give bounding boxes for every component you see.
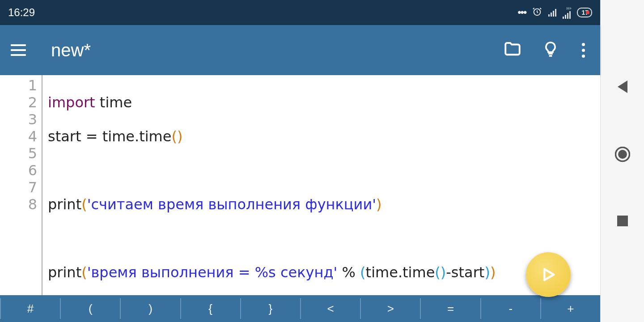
signal-icon bbox=[548, 8, 556, 17]
more-dots-icon: ••• bbox=[517, 6, 526, 19]
line-number: 8 bbox=[0, 196, 42, 213]
document-title: new* bbox=[51, 40, 503, 60]
quickkey-lparen[interactable]: ( bbox=[61, 295, 120, 322]
app-bar: new* bbox=[0, 25, 600, 75]
system-nav-bar bbox=[600, 0, 644, 322]
phone-screen: 16:29 ••• H+ 17 new* bbox=[0, 0, 600, 322]
hamburger-menu-button[interactable] bbox=[11, 44, 26, 56]
nav-recent-button[interactable] bbox=[617, 216, 628, 226]
code-line[interactable] bbox=[48, 162, 496, 179]
code-line[interactable]: import time bbox=[48, 94, 496, 111]
battery-indicator: 17 bbox=[577, 8, 592, 17]
folder-button[interactable] bbox=[503, 40, 522, 60]
quickkey-eq[interactable]: = bbox=[421, 295, 480, 322]
quickkey-plus[interactable]: + bbox=[541, 295, 600, 322]
line-number: 1 bbox=[0, 77, 42, 94]
home-icon bbox=[615, 147, 630, 162]
quickkey-gt[interactable]: > bbox=[361, 295, 420, 322]
recent-apps-icon bbox=[617, 216, 628, 226]
code-line[interactable]: start = time.time() bbox=[48, 128, 496, 145]
quick-symbol-bar: # ( ) { } < > = - + bbox=[0, 295, 600, 322]
code-line[interactable]: print('время выполнения = %s секунд' % (… bbox=[48, 264, 496, 281]
quickkey-rparen[interactable]: ) bbox=[121, 295, 180, 322]
line-number: 7 bbox=[0, 179, 42, 196]
clock: 16:29 bbox=[8, 6, 35, 19]
svg-point-3 bbox=[618, 150, 627, 159]
quickkey-hash[interactable]: # bbox=[1, 295, 60, 322]
quickkey-minus[interactable]: - bbox=[481, 295, 540, 322]
line-number: 3 bbox=[0, 111, 42, 128]
line-number: 2 bbox=[0, 94, 42, 111]
line-gutter: 1 2 3 4 5 6 7 8 bbox=[0, 75, 42, 295]
svg-marker-1 bbox=[544, 269, 554, 280]
quickkey-lt[interactable]: < bbox=[301, 295, 360, 322]
code-content[interactable]: import time start = time.time() print('с… bbox=[42, 75, 496, 295]
status-icons: ••• H+ 17 bbox=[517, 6, 592, 19]
back-icon bbox=[618, 80, 627, 93]
code-line[interactable] bbox=[48, 230, 496, 247]
overflow-menu-button[interactable] bbox=[579, 43, 588, 58]
data-signal-icon: H+ bbox=[563, 7, 571, 19]
line-number: 4 bbox=[0, 128, 42, 145]
code-editor[interactable]: 1 2 3 4 5 6 7 8 import time start = time… bbox=[0, 75, 600, 295]
code-line[interactable]: print('считаем время выполнения функции'… bbox=[48, 196, 496, 213]
line-number: 5 bbox=[0, 145, 42, 162]
quickkey-lbrace[interactable]: { bbox=[181, 295, 240, 322]
run-button[interactable] bbox=[526, 252, 571, 297]
nav-back-button[interactable] bbox=[618, 80, 627, 93]
app-bar-actions bbox=[503, 40, 591, 60]
lightbulb-button[interactable] bbox=[542, 40, 559, 60]
status-bar: 16:29 ••• H+ 17 bbox=[0, 0, 600, 25]
alarm-icon bbox=[532, 7, 542, 18]
nav-home-button[interactable] bbox=[615, 147, 630, 162]
line-number: 6 bbox=[0, 162, 42, 179]
quickkey-rbrace[interactable]: } bbox=[241, 295, 300, 322]
